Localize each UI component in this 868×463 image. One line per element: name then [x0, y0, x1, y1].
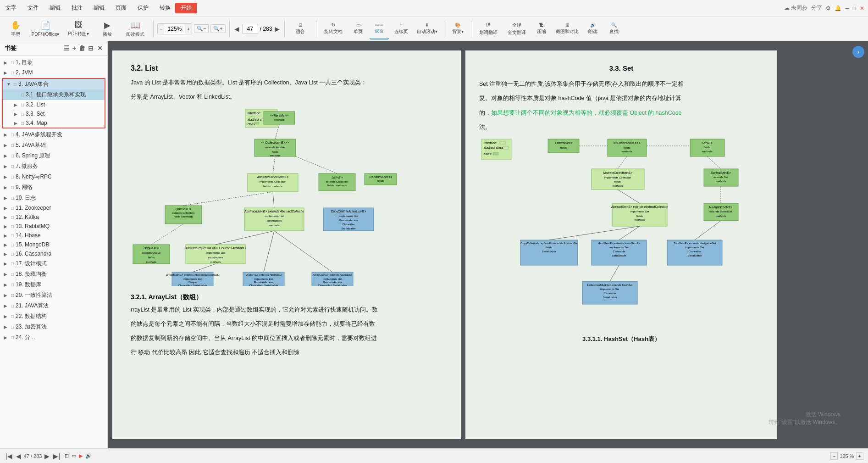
statusbar-last-page[interactable]: ▶|	[52, 452, 61, 461]
bookmark-list-icon[interactable]: ☰	[64, 45, 70, 52]
sidebar-item-microservices[interactable]: ▶ □ 7. 微服务	[0, 161, 107, 172]
single-page-button[interactable]: ▭ 单页	[348, 18, 368, 39]
menu-text[interactable]: 文字	[4, 3, 18, 13]
sidebar-item-zookeeper[interactable]: ▶ □ 11. Zookeeper	[0, 203, 107, 212]
rotate-button[interactable]: ↻ 旋转文档	[320, 18, 347, 39]
sidebar-item-interfaces[interactable]: □ 3.1. 接口继承关系和实现	[3, 89, 105, 100]
read-mode-button[interactable]: 📖 阅读模式	[121, 18, 149, 39]
sidebar-item-map[interactable]: ▶ □ 3.4. Map	[3, 118, 105, 128]
maximize-icon[interactable]: □	[853, 5, 856, 11]
menu-page[interactable]: 页面	[114, 3, 128, 13]
page-icon: □	[11, 215, 14, 220]
background-button[interactable]: 🎨 背景▾	[448, 18, 467, 39]
menu-convert[interactable]: 转换	[158, 3, 172, 13]
next-page-button[interactable]: ▶	[274, 24, 281, 33]
sidebar-item-jvm[interactable]: ▶ □ 2. JVM	[0, 68, 107, 77]
sidebar-item-database[interactable]: ▶ □ 19. 数据库	[0, 279, 107, 290]
sidebar-item-cassandra[interactable]: ▶ □ 16. Cassandra	[0, 249, 107, 258]
notification-icon[interactable]: 🔔	[835, 5, 841, 11]
statusbar-prev-page[interactable]: ◀	[15, 452, 22, 461]
sidebar-item-netty[interactable]: ▶ □ 8. Netty与RPC	[0, 172, 107, 182]
menu-edit2[interactable]: 编辑	[92, 3, 106, 13]
sidebar-item-encryption[interactable]: ▶ □ 23. 加密算法	[0, 322, 107, 332]
pdf-to-office-button[interactable]: 📄 PDF转Office▾	[29, 18, 61, 39]
search-button[interactable]: 🔍 查找	[604, 18, 624, 39]
sidebar-item-loadbalance[interactable]: ▶ □ 18. 负载均衡	[0, 269, 107, 279]
sidebar-item-set[interactable]: ▶ □ 3.3. Set	[3, 109, 105, 118]
pdf-convert-button[interactable]: 🖼 PDF转图▾	[63, 18, 94, 39]
start-button[interactable]: 开始	[175, 3, 197, 13]
arrow-icon: ▶	[4, 303, 9, 308]
close-icon[interactable]: ✕	[860, 5, 864, 11]
svg-line-69	[264, 231, 274, 272]
zoom-out-btn[interactable]: 🔍−	[194, 24, 209, 33]
sidebar-item-hbase[interactable]: ▶ □ 14. Hbase	[0, 231, 107, 240]
menu-annotate[interactable]: 批注	[70, 3, 84, 13]
zoom-in-btn[interactable]: 🔍+	[210, 24, 225, 33]
statusbar-first-page[interactable]: |◀	[5, 452, 13, 461]
read-aloud-button[interactable]: 🔊 朗读	[583, 18, 603, 39]
statusbar-view-icon-1[interactable]: ⊡	[65, 453, 69, 459]
scroll-button[interactable]: ›	[852, 46, 864, 58]
svg-text:HashSet<E> extends HashSet<E>: HashSet<E> extends HashSet<E>	[598, 242, 641, 245]
svg-text:fields: fields	[546, 246, 552, 249]
sidebar-item-24[interactable]: ▶ □ 24. 分...	[0, 332, 107, 343]
play-button[interactable]: ▶ 播放	[95, 18, 119, 39]
page-number-input[interactable]	[242, 24, 258, 34]
statusbar-audio-icon[interactable]: 🔊	[85, 453, 92, 459]
full-translate-label: 全文翻译	[508, 29, 526, 36]
sidebar-item-rabbitmq[interactable]: ▶ □ 13. RabbitMQ	[0, 222, 107, 231]
zoom-out-button[interactable]: −	[158, 24, 164, 34]
menu-file[interactable]: 文件	[26, 3, 40, 13]
double-page-button[interactable]: ▭▭ 双页	[370, 18, 389, 39]
sidebar-close-button[interactable]: ✕	[97, 45, 103, 52]
sidebar-item-logging[interactable]: ▶ □ 10. 日志	[0, 193, 107, 203]
sidebar-item-java-collection[interactable]: ▼ □ 3. JAVA集合	[3, 79, 105, 89]
zoom-control[interactable]: − +	[157, 23, 192, 34]
prev-page-button[interactable]: ◀	[233, 24, 240, 33]
sidebar-item-list[interactable]: ▶ □ 3.2. List	[3, 100, 105, 109]
full-translate-button[interactable]: 全译 全文翻译	[503, 18, 530, 39]
fit-page-button[interactable]: ⊡ 适合	[288, 18, 312, 39]
sidebar-item-basics[interactable]: ▶ □ 5. JAVA基础	[0, 140, 107, 151]
sidebar-item-contents[interactable]: ▶ □ 1. 目录	[0, 57, 107, 68]
zoom-in-button[interactable]: +	[185, 24, 191, 34]
svg-text:Deque: Deque	[188, 281, 197, 284]
auto-scroll-button[interactable]: ⬇ 自动滚动▾	[414, 18, 440, 39]
settings-icon[interactable]: ⚙	[826, 5, 831, 11]
statusbar-next-page[interactable]: ▶	[44, 452, 50, 461]
arrow-icon: ▶	[4, 132, 9, 137]
zoom-input[interactable]	[164, 26, 185, 32]
statusbar-zoom-out[interactable]: −	[830, 452, 838, 460]
menu-protect[interactable]: 保护	[136, 3, 150, 13]
sidebar-item-multithreading[interactable]: ▶ □ 4. JAVA多线程开发	[0, 129, 107, 140]
bookmark-add-icon[interactable]: +	[72, 45, 76, 52]
statusbar-nav-icons: ⊡ ▭ ▶ 🔊	[65, 453, 92, 459]
statusbar-zoom-in[interactable]: +	[856, 452, 863, 460]
sidebar-item-patterns[interactable]: ▶ □ 17. 设计模式	[0, 258, 107, 269]
minimize-icon[interactable]: ─	[845, 5, 849, 11]
sidebar-item-java-algo[interactable]: ▶ □ 21. JAVA算法	[0, 301, 107, 311]
compare-button[interactable]: ⊞ 截图和对比	[553, 18, 581, 39]
compress-button[interactable]: 🗜 压缩	[532, 18, 551, 39]
statusbar-view-icon-2[interactable]: ▭	[72, 453, 76, 459]
sidebar-label-netty: 8. Netty与RPC	[16, 173, 52, 181]
menu-edit1[interactable]: 编辑	[48, 3, 62, 13]
continuous-button[interactable]: ≡ 连续页	[391, 18, 412, 39]
continuous-icon: ≡	[400, 22, 403, 28]
separator-3	[284, 21, 285, 37]
statusbar-play-icon[interactable]: ▶	[79, 453, 83, 459]
translate-word-button[interactable]: 译 划词翻译	[475, 18, 502, 39]
bookmark-delete-icon[interactable]: 🗑	[79, 45, 85, 52]
share-button[interactable]: 分享	[811, 4, 822, 12]
hand-tool-button[interactable]: ✋ 手型	[4, 18, 28, 39]
pages-container[interactable]: 3.2. List Java 的 List 是非常常用的数据类型。List 是有…	[108, 41, 786, 448]
sidebar-item-kafka[interactable]: ▶ □ 12. Kafka	[0, 212, 107, 222]
sidebar-item-network[interactable]: ▶ □ 9. 网络	[0, 182, 107, 193]
svg-text:CopyOnWriteArraySet<E> extends: CopyOnWriteArraySet<E> extends AbstractS…	[520, 242, 577, 245]
sidebar-item-mongodb[interactable]: ▶ □ 15. MongoDB	[0, 240, 107, 249]
sidebar-item-consistency[interactable]: ▶ □ 20. 一致性算法	[0, 290, 107, 301]
bookmark-collapse-icon[interactable]: ⊟	[88, 45, 94, 52]
sidebar-item-data-struct[interactable]: ▶ □ 22. 数据结构	[0, 311, 107, 322]
sidebar-item-spring[interactable]: ▶ □ 6. Spring 原理	[0, 151, 107, 161]
